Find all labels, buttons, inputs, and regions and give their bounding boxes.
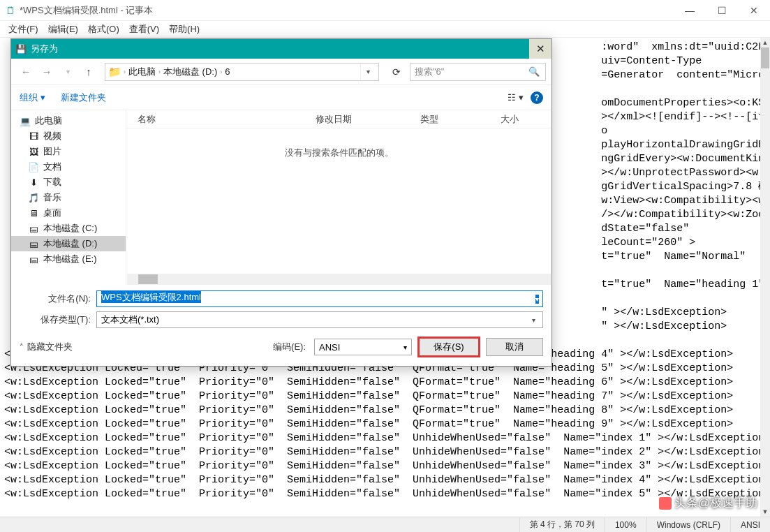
sidebar-item-label: 音乐 — [43, 191, 61, 204]
sidebar-item-label: 下载 — [43, 176, 61, 189]
search-input[interactable]: 搜索"6" 🔍 — [410, 63, 546, 81]
vertical-scrollbar[interactable]: ▲ ▼ — [760, 38, 770, 517]
col-type[interactable]: 类型 — [409, 113, 489, 126]
file-pane: 名称 修改日期 类型 大小 没有与搜索条件匹配的项。 — [126, 110, 551, 285]
sidebar-item[interactable]: 🖼图片 — [11, 144, 126, 159]
dialog-titlebar: 💾 另存为 ✕ — [11, 39, 551, 59]
folder-icon: 🖥 — [28, 208, 39, 219]
menu-help[interactable]: 帮助(H) — [165, 22, 204, 37]
encoding-select[interactable]: ANSI ▾ — [314, 339, 412, 355]
empty-message: 没有与搜索条件匹配的项。 — [126, 128, 551, 274]
save-as-dialog: 💾 另存为 ✕ ← → ▾ ↑ 📁 › 此电脑 › 本地磁盘 (D:) › 6 … — [10, 38, 552, 367]
dialog-toolbar: 组织 ▾ 新建文件夹 ☷ ▾ ? — [11, 85, 551, 110]
scroll-down-icon[interactable]: ▼ — [760, 507, 770, 517]
app-title: *WPS文档编辑受限.html - 记事本 — [20, 4, 153, 17]
sidebar-item-label: 此电脑 — [35, 114, 62, 127]
path-seg-drive[interactable]: 本地磁盘 (D:) — [161, 66, 219, 78]
nav-back-button[interactable]: ← — [17, 63, 35, 81]
save-button[interactable]: 保存(S) — [417, 337, 480, 357]
folder-icon: 💻 — [20, 116, 31, 126]
encoding-value: ANSI — [319, 342, 340, 353]
refresh-button[interactable]: ⟳ — [386, 63, 407, 81]
nav-up-button[interactable]: ↑ — [80, 63, 98, 81]
menu-edit[interactable]: 编辑(E) — [44, 22, 82, 37]
sidebar-item[interactable]: 💻此电脑 — [11, 113, 126, 128]
filename-input[interactable]: WPS文档编辑受限2.html ▾ — [96, 290, 543, 307]
watermark-logo-icon — [659, 497, 672, 510]
folder-icon: 🎞 — [28, 131, 39, 142]
col-size[interactable]: 大小 — [489, 113, 551, 126]
folder-icon: 🎵 — [28, 193, 39, 203]
encoding-label: 编码(E): — [273, 341, 306, 353]
scrollbar-thumb[interactable] — [138, 274, 158, 284]
search-placeholder: 搜索"6" — [415, 66, 444, 78]
dialog-close-button[interactable]: ✕ — [529, 39, 551, 59]
chevron-down-icon: ▾ — [403, 343, 407, 351]
sidebar-item[interactable]: 🖴本地磁盘 (E:) — [11, 251, 126, 267]
path-seg-folder[interactable]: 6 — [223, 66, 232, 77]
filetype-label: 保存类型(T): — [20, 313, 96, 326]
sidebar-item-label: 文档 — [43, 161, 61, 173]
filename-value: WPS文档编辑受限2.html — [101, 291, 201, 303]
sidebar-item[interactable]: 🖴本地磁盘 (D:) — [11, 236, 126, 251]
filetype-value: 文本文档(*.txt) — [101, 313, 159, 326]
sidebar-item[interactable]: 🎵音乐 — [11, 190, 126, 205]
sidebar-item-label: 桌面 — [43, 207, 61, 219]
scroll-up-icon[interactable]: ▲ — [760, 38, 770, 47]
sidebar-item-label: 本地磁盘 (E:) — [43, 253, 97, 265]
organize-link[interactable]: 组织 ▾ — [20, 91, 45, 104]
new-folder-link[interactable]: 新建文件夹 — [61, 91, 106, 104]
watermark: 头条@极速手助 — [659, 495, 757, 511]
sidebar-item-label: 图片 — [43, 145, 61, 158]
dialog-nav: ← → ▾ ↑ 📁 › 此电脑 › 本地磁盘 (D:) › 6 ▾ ⟳ 搜索"6… — [11, 59, 551, 85]
folder-icon: 🖴 — [28, 254, 39, 265]
hide-folders-toggle[interactable]: ˄ 隐藏文件夹 — [20, 341, 73, 353]
sidebar-item[interactable]: 🖴本地磁盘 (C:) — [11, 221, 126, 236]
nav-recent-dropdown[interactable]: ▾ — [59, 63, 77, 81]
nav-forward-button: → — [38, 63, 56, 81]
status-position: 第 4 行，第 70 列 — [519, 517, 605, 532]
path-breadcrumb[interactable]: 📁 › 此电脑 › 本地磁盘 (D:) › 6 ▾ — [105, 63, 379, 81]
menu-file[interactable]: 文件(F) — [4, 22, 43, 37]
folder-icon: 📁 — [108, 66, 121, 78]
folder-icon: ⬇ — [28, 177, 39, 188]
close-button[interactable]: ✕ — [738, 0, 770, 21]
col-date[interactable]: 修改日期 — [304, 113, 409, 126]
path-dropdown[interactable]: ▾ — [360, 64, 376, 80]
filetype-select[interactable]: 文本文档(*.txt) ▾ — [96, 311, 543, 328]
minimize-button[interactable]: — — [674, 0, 706, 21]
menu-format[interactable]: 格式(O) — [84, 22, 124, 37]
maximize-button[interactable]: ☐ — [706, 0, 738, 21]
horizontal-scrollbar[interactable] — [127, 274, 551, 285]
col-name[interactable]: 名称 — [126, 113, 304, 126]
search-icon[interactable]: 🔍 — [528, 66, 540, 77]
folder-icon: 🖴 — [28, 223, 39, 234]
view-mode-button[interactable]: ☷ ▾ — [508, 92, 524, 103]
sidebar-item-label: 本地磁盘 (D:) — [43, 237, 97, 250]
app-titlebar: 🗒 *WPS文档编辑受限.html - 记事本 — ☐ ✕ — [0, 0, 770, 21]
chevron-up-icon: ˄ — [20, 343, 24, 352]
chevron-down-icon[interactable]: ▾ — [535, 295, 539, 304]
column-headers: 名称 修改日期 类型 大小 — [126, 110, 551, 128]
cancel-button[interactable]: 取消 — [486, 338, 543, 356]
status-encoding: ANSI — [730, 517, 770, 532]
status-zoom: 100% — [605, 517, 646, 532]
sidebar-item[interactable]: 🖥桌面 — [11, 205, 126, 221]
sidebar-item-label: 视频 — [43, 130, 61, 142]
folder-sidebar: 💻此电脑🎞视频🖼图片📄文档⬇下载🎵音乐🖥桌面🖴本地磁盘 (C:)🖴本地磁盘 (D… — [11, 110, 126, 285]
statusbar: 第 4 行，第 70 列 100% Windows (CRLF) ANSI — [0, 517, 770, 532]
save-icon: 💾 — [15, 44, 27, 54]
chevron-down-icon: ▾ — [532, 316, 538, 324]
filename-label: 文件名(N): — [20, 293, 96, 305]
folder-icon: 🖴 — [28, 239, 39, 249]
help-icon[interactable]: ? — [531, 91, 543, 104]
menu-view[interactable]: 查看(V) — [125, 22, 163, 37]
sidebar-item[interactable]: 🎞视频 — [11, 128, 126, 144]
menubar: 文件(F) 编辑(E) 格式(O) 查看(V) 帮助(H) — [0, 21, 770, 38]
dialog-title: 另存为 — [31, 43, 58, 55]
scrollbar-thumb[interactable] — [761, 47, 769, 68]
sidebar-item[interactable]: ⬇下载 — [11, 175, 126, 190]
sidebar-item[interactable]: 📄文档 — [11, 159, 126, 175]
status-eol: Windows (CRLF) — [646, 517, 730, 532]
path-seg-pc[interactable]: 此电脑 — [126, 66, 158, 78]
